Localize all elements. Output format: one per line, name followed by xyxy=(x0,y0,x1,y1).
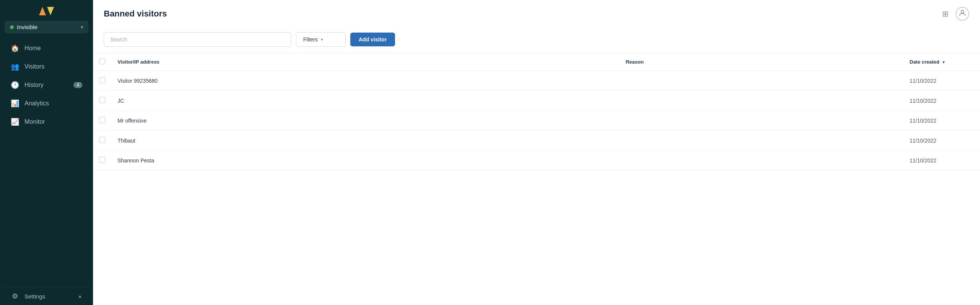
sidebar-item-history[interactable]: 🕐 History 4 xyxy=(3,76,90,94)
row-check-cell xyxy=(93,151,111,171)
date-cell: 11/10/2022 xyxy=(903,151,980,171)
reason-cell xyxy=(619,91,903,111)
grid-icon: ⊞ xyxy=(942,10,949,18)
row-check-cell xyxy=(93,91,111,111)
reason-cell xyxy=(619,111,903,131)
sidebar-item-label: History xyxy=(24,82,44,89)
workspace-selector[interactable]: Invisible ▾ xyxy=(5,21,88,33)
date-cell: 11/10/2022 xyxy=(903,131,980,151)
row-checkbox[interactable] xyxy=(99,117,105,123)
table-row: Thibaut 11/10/2022 xyxy=(93,131,980,151)
analytics-icon: 📊 xyxy=(11,99,19,108)
workspace-status-dot xyxy=(10,25,14,29)
reason-cell xyxy=(619,131,903,151)
nav-menu: 🏠 Home 👥 Visitors 🕐 History 4 📊 Analytic… xyxy=(0,36,93,287)
page-title: Banned visitors xyxy=(104,9,167,19)
table-row: JC 11/10/2022 xyxy=(93,91,980,111)
reason-column-header: Reason xyxy=(619,53,903,71)
workspace-name: Invisible xyxy=(17,24,78,30)
settings-chevron-icon: ▲ xyxy=(78,294,82,299)
row-checkbox[interactable] xyxy=(99,77,105,83)
sidebar-item-monitor[interactable]: 📈 Monitor xyxy=(3,113,90,131)
sidebar: Invisible ▾ 🏠 Home 👥 Visitors 🕐 History … xyxy=(0,0,93,305)
user-avatar-icon xyxy=(958,9,967,19)
grid-view-button[interactable]: ⊞ xyxy=(941,8,950,20)
add-visitor-button[interactable]: Add visitor xyxy=(350,33,395,46)
date-column-header[interactable]: Date created ▾ xyxy=(903,53,980,71)
logo-right-triangle xyxy=(47,7,54,15)
sidebar-item-settings[interactable]: ⚙ Settings ▲ xyxy=(3,287,90,305)
sidebar-item-home[interactable]: 🏠 Home xyxy=(3,39,90,57)
logo-icon xyxy=(39,7,54,15)
table-row: Mr offensive 11/10/2022 xyxy=(93,111,980,131)
visitor-cell: Visitor 99235680 xyxy=(111,71,619,91)
reason-cell xyxy=(619,71,903,91)
search-input[interactable] xyxy=(104,32,291,47)
date-column-label: Date created xyxy=(910,59,939,65)
sidebar-item-analytics[interactable]: 📊 Analytics xyxy=(3,95,90,112)
sidebar-item-label: Home xyxy=(24,45,41,52)
filters-chevron-icon: ▾ xyxy=(321,37,323,42)
date-cell: 11/10/2022 xyxy=(903,91,980,111)
user-avatar-button[interactable] xyxy=(956,7,969,21)
banned-visitors-table: Visitor/IP address Reason Date created ▾… xyxy=(93,53,980,171)
reason-cell xyxy=(619,151,903,171)
row-check-cell xyxy=(93,131,111,151)
sidebar-item-label: Visitors xyxy=(24,63,44,70)
filters-label: Filters xyxy=(303,36,318,43)
topbar: Banned visitors ⊞ xyxy=(93,0,980,28)
visitor-cell: Shannon Pesta xyxy=(111,151,619,171)
select-all-checkbox[interactable] xyxy=(99,58,105,64)
table-body: Visitor 99235680 11/10/2022 JC 11/10/202… xyxy=(93,71,980,171)
sidebar-item-visitors[interactable]: 👥 Visitors xyxy=(3,58,90,75)
date-cell: 11/10/2022 xyxy=(903,71,980,91)
date-cell: 11/10/2022 xyxy=(903,111,980,131)
workspace-chevron-icon: ▾ xyxy=(81,25,83,30)
table-row: Shannon Pesta 11/10/2022 xyxy=(93,151,980,171)
visitor-column-label: Visitor/IP address xyxy=(118,59,159,65)
settings-icon: ⚙ xyxy=(11,292,19,300)
logo-left-triangle xyxy=(39,7,46,15)
search-input-wrap xyxy=(104,32,291,47)
visitor-cell: Mr offensive xyxy=(111,111,619,131)
settings-label: Settings xyxy=(24,293,72,300)
row-checkbox[interactable] xyxy=(99,157,105,163)
monitor-icon: 📈 xyxy=(11,118,19,126)
history-badge: 4 xyxy=(74,82,82,88)
app-logo xyxy=(0,0,93,21)
sort-desc-icon: ▾ xyxy=(942,60,945,64)
filters-button[interactable]: Filters ▾ xyxy=(296,32,346,47)
visitors-icon: 👥 xyxy=(11,62,19,71)
sidebar-item-label: Analytics xyxy=(24,100,49,107)
visitor-cell: JC xyxy=(111,91,619,111)
select-all-column xyxy=(93,53,111,71)
topbar-actions: ⊞ xyxy=(941,7,969,21)
home-icon: 🏠 xyxy=(11,44,19,52)
table-row: Visitor 99235680 11/10/2022 xyxy=(93,71,980,91)
row-check-cell xyxy=(93,111,111,131)
banned-visitors-table-wrap: Visitor/IP address Reason Date created ▾… xyxy=(93,53,980,305)
visitor-cell: Thibaut xyxy=(111,131,619,151)
toolbar: Filters ▾ Add visitor xyxy=(93,28,980,53)
main-content: Banned visitors ⊞ Filters ▾ Add visito xyxy=(93,0,980,305)
reason-column-label: Reason xyxy=(626,59,644,65)
sidebar-item-label: Monitor xyxy=(24,118,45,125)
row-checkbox[interactable] xyxy=(99,97,105,103)
row-check-cell xyxy=(93,71,111,91)
visitor-column-header: Visitor/IP address xyxy=(111,53,619,71)
svg-point-0 xyxy=(961,10,964,13)
table-header-row: Visitor/IP address Reason Date created ▾ xyxy=(93,53,980,71)
history-icon: 🕐 xyxy=(11,81,19,89)
row-checkbox[interactable] xyxy=(99,137,105,143)
